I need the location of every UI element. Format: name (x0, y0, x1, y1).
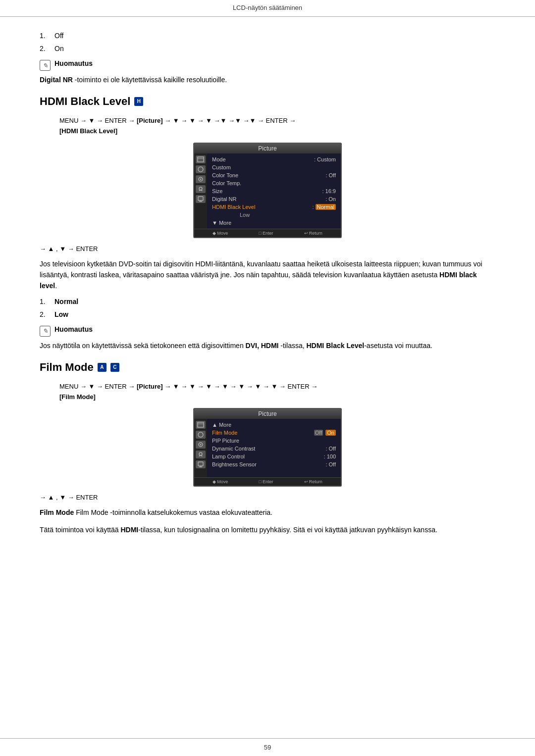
note-text-hdmi: Jos näyttötila on käytettävissä sekä tie… (40, 341, 495, 351)
hdmi-heading-text: HDMI Black Level (40, 95, 130, 108)
film-arrow-text: → ▲ , ▼ → ENTER (40, 494, 495, 501)
film-screen-bottom: ◆ Move □ Enter ↩ Return (194, 477, 341, 486)
screen-row-size: Size : 16:9 (210, 187, 338, 195)
header-title: LCD-näytön säätäminen (233, 4, 302, 11)
row-key-color-tone: Color Tone (212, 172, 238, 178)
icon-3 (196, 175, 206, 183)
row-val-mode: : Custom (314, 156, 336, 162)
row-key-custom: Custom (212, 164, 231, 170)
hdmi-label-low: Low (54, 310, 68, 318)
row-val-color-tone: : Off (325, 172, 336, 178)
row-key-hdmi-black: HDMI Black Level (212, 204, 255, 210)
bottom-move-icon-hdmi: ◆ (213, 231, 216, 236)
note-block-digital-nr: ✎ Huomautus (40, 59, 495, 71)
film-lamp-val: : 100 (324, 454, 336, 459)
film-row-pip: PIP Picture (210, 437, 338, 445)
row-key-size: Size (212, 188, 222, 194)
screen-row-color-tone: Color Tone : Off (210, 171, 338, 179)
note-icon-digital-nr: ✎ (40, 60, 51, 71)
screen-row-color-temp: Color Temp. (210, 179, 338, 187)
bottom-return-hdmi: ↩ Return (304, 231, 322, 236)
hdmi-body-text: Jos televisioon kytketään DVD-soitin tai… (40, 258, 495, 292)
film-icon-4 (196, 451, 206, 458)
film-menu-rows: ▲ More Film Mode Off On (207, 419, 341, 477)
film-row-more: ▲ More (210, 421, 338, 429)
film-bottom-move-icon: ◆ (213, 479, 216, 484)
film-menu-path-line1: MENU → ▼ → ENTER → [Picture] → ▼ → ▼ → ▼… (59, 383, 318, 390)
page-container: LCD-näytön säätäminen 1. Off 2. On ✎ Huo… (0, 0, 535, 756)
bottom-enter-hdmi: □ Enter (259, 231, 273, 236)
row-val-hdmi-black: : Normal (312, 204, 336, 210)
page-number: 59 (264, 744, 271, 751)
page-header: LCD-näytön säätäminen (0, 0, 535, 17)
screen-row-mode: Mode : Custom (210, 155, 338, 163)
film-screen: Picture (193, 408, 342, 487)
hdmi-bold-inline: HDMI black level (40, 271, 477, 290)
film-badge-a: A (98, 363, 107, 372)
film-bottom-enter-icon: □ (259, 479, 262, 484)
item-num-2: 2. (40, 45, 54, 52)
film-body-text-1: Film Mode Film Mode -toiminnolla katselu… (40, 507, 495, 518)
film-spacer (210, 468, 338, 475)
icon-1 (196, 155, 206, 163)
bottom-return-icon-hdmi: ↩ (304, 231, 308, 236)
hdmi-menu-path: MENU → ▼ → ENTER → [Picture] → ▼ → ▼ → ▼… (59, 116, 495, 137)
item-num-1: 1. (40, 32, 54, 40)
film-brightness-val: : Off (325, 461, 336, 467)
film-bottom-enter-label: Enter (263, 479, 273, 484)
hdmi-bl-bold: HDMI Black Level (306, 342, 364, 350)
val-normal: Normal (316, 204, 336, 210)
film-mode-bracket: [Film Mode] (59, 393, 96, 401)
hdmi-arrow-text: → ▲ , ▼ → ENTER (40, 245, 495, 252)
film-screen-title: Picture (194, 409, 341, 419)
bottom-enter-label-hdmi: Enter (263, 231, 273, 236)
row-key-mode: Mode (212, 156, 226, 162)
svg-point-2 (200, 178, 202, 180)
hdmi-menu-path-line1: MENU → ▼ → ENTER → [Picture] → ▼ → ▼ → ▼… (59, 117, 296, 124)
row-val-low: Low (240, 212, 250, 218)
film-dynamic-key: Dynamic Contrast (212, 446, 255, 452)
hdmi-screen-wrapper: Picture (193, 143, 342, 238)
hdmi-screen-icons (194, 153, 207, 229)
film-dynamic-val: : Off (325, 446, 336, 452)
bottom-move-label-hdmi: Move (217, 231, 228, 236)
bottom-move-hdmi: ◆ Move (213, 231, 228, 236)
icon-4 (196, 185, 206, 193)
film-icon-3 (196, 441, 206, 449)
film-bottom-return: ↩ Return (304, 479, 322, 484)
screen-row-digital-nr: Digital NR : On (210, 195, 338, 203)
note-label-hdmi: Huomautus (54, 325, 93, 333)
film-off-val: Off (314, 430, 323, 436)
film-row-dynamic: Dynamic Contrast : Off (210, 445, 338, 453)
note-block-hdmi: ✎ Huomautus (40, 325, 495, 337)
item-label-off: Off (54, 32, 63, 40)
hdmi-num-1: 1. (40, 298, 54, 305)
film-screen-icons (194, 419, 207, 477)
icon-2 (196, 165, 206, 173)
film-body-text-2: Tätä toimintoa voi käyttää HDMI-tilassa,… (40, 524, 495, 535)
film-bottom-return-label: Return (309, 479, 322, 484)
note-icon-hdmi: ✎ (40, 326, 51, 337)
screen-row-custom: Custom (210, 163, 338, 171)
film-screen-body: ▲ More Film Mode Off On (194, 419, 341, 477)
item-label-on: On (54, 45, 64, 52)
film-pip-key: PIP Picture (212, 438, 239, 444)
film-lamp-key: Lamp Control (212, 454, 245, 459)
hdmi-menu-path-line2: [HDMI Black Level] (59, 127, 117, 135)
list-item-off: 1. Off (40, 32, 495, 40)
film-bottom-move-label: Move (217, 479, 228, 484)
film-badge-c: C (110, 363, 119, 372)
svg-rect-4 (198, 197, 203, 201)
hdmi-badge: H (134, 97, 143, 106)
bottom-enter-icon-hdmi: □ (259, 231, 262, 236)
svg-point-3 (199, 187, 202, 190)
row-key-more-hdmi: ▼ More (212, 220, 231, 226)
row-val-size: : 16:9 (322, 188, 336, 194)
hdmi-num-2: 2. (40, 310, 54, 318)
digital-nr-bold: Digital NR (40, 76, 73, 84)
svg-point-0 (198, 167, 203, 172)
film-on-val: On (325, 430, 336, 436)
section-heading-film: Film Mode A C (40, 361, 495, 374)
film-icon-2 (196, 431, 206, 439)
film-menu-path: MENU → ▼ → ENTER → [Picture] → ▼ → ▼ → ▼… (59, 382, 495, 403)
